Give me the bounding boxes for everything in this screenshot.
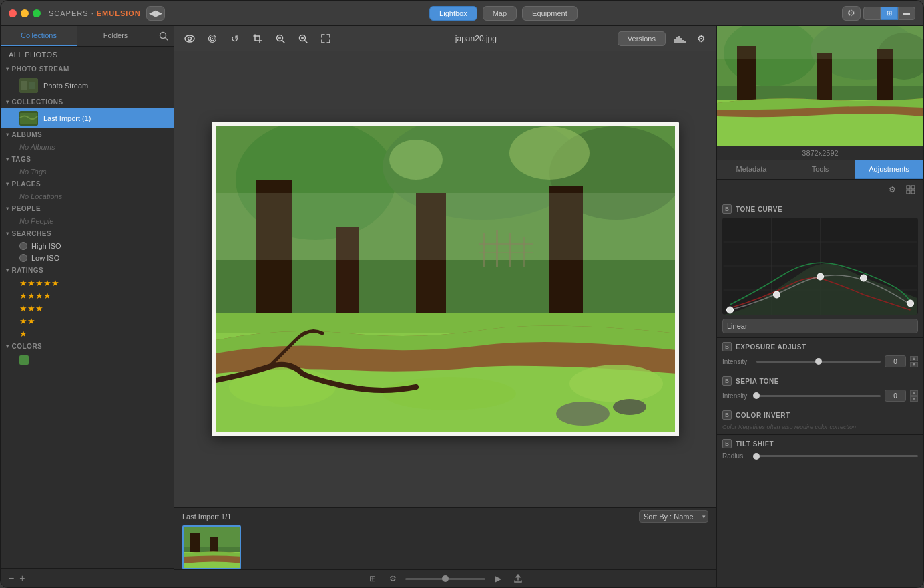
panel-grid-icon[interactable] xyxy=(903,182,918,197)
search-high-iso[interactable]: High ISO xyxy=(1,240,174,252)
play-slideshow-btn[interactable]: ▶ xyxy=(491,571,505,586)
filmstrip-controls: ⊞ ⚙ ▶ xyxy=(174,569,716,587)
photo-stream-thumb xyxy=(19,78,38,93)
settings-icon-btn[interactable]: ⚙ xyxy=(692,30,710,47)
tilt-shift-toggle[interactable]: B xyxy=(722,439,732,448)
close-button[interactable] xyxy=(9,9,17,17)
svg-rect-23 xyxy=(682,40,684,43)
sepia-down-btn[interactable]: ▼ xyxy=(910,396,918,402)
tilt-shift-radius-row: Radius xyxy=(722,452,918,460)
nav-back-forward-btn[interactable]: ◀▶ xyxy=(146,6,165,21)
sort-dropdown[interactable]: Sort By : Name Sort By : Date Sort By : … xyxy=(639,510,708,523)
svg-rect-49 xyxy=(479,252,533,253)
tone-curve-toggle[interactable]: B xyxy=(722,204,732,214)
exposure-slider-thumb xyxy=(815,358,822,365)
versions-btn[interactable]: Versions xyxy=(618,31,666,46)
minimize-button[interactable] xyxy=(21,9,29,17)
list-view-btn[interactable]: ☰ xyxy=(863,7,881,20)
slider-thumb xyxy=(442,575,449,582)
sidebar: Collections Folders ALL PHOTOS ▾ PHOTO S… xyxy=(1,26,174,587)
photo-viewer xyxy=(174,51,716,507)
rating-5-stars[interactable]: ★★★★★ xyxy=(1,277,174,289)
sepia-slider-thumb xyxy=(753,392,760,399)
sidebar-plus-btn[interactable]: + xyxy=(19,573,25,583)
zoom-in-icon-btn[interactable] xyxy=(294,30,312,47)
adjustments-tab[interactable]: Adjustments xyxy=(855,160,923,179)
filmstrip-settings-icon[interactable]: ⚙ xyxy=(385,571,400,586)
collections-section: ▾ COLLECTIONS Last Import (1) xyxy=(1,96,174,128)
tone-curve-canvas[interactable] xyxy=(722,218,918,315)
curve-preset-select[interactable]: Linear Medium Contrast Strong Contrast xyxy=(722,319,918,333)
histogram-icon-btn[interactable] xyxy=(671,30,688,47)
rating-2-stars[interactable]: ★★ xyxy=(1,315,174,327)
no-tags: No Tags xyxy=(1,166,174,178)
split-view-btn[interactable]: ▬ xyxy=(898,7,915,20)
metadata-tab[interactable]: Metadata xyxy=(717,160,786,179)
fit-icon-btn[interactable] xyxy=(317,30,334,47)
rating-3-stars[interactable]: ★★★ xyxy=(1,302,174,315)
sepia-toggle[interactable]: B xyxy=(722,376,732,386)
settings-icon[interactable]: ⚙ xyxy=(842,6,861,21)
exposure-value[interactable]: 0 xyxy=(885,355,906,368)
rating-4-stars[interactable]: ★★★★ xyxy=(1,289,174,302)
equipment-btn[interactable]: Equipment xyxy=(522,6,578,21)
tags-header[interactable]: ▾ TAGS xyxy=(1,153,174,166)
photo-stream-header[interactable]: ▾ PHOTO STREAM xyxy=(1,63,174,76)
search-low-iso[interactable]: Low ISO xyxy=(1,252,174,264)
eye-icon-btn[interactable] xyxy=(181,30,198,47)
folders-tab[interactable]: Folders xyxy=(77,26,154,46)
photo-stream-section: ▾ PHOTO STREAM Photo Stream xyxy=(1,63,174,96)
filmstrip-size-slider[interactable] xyxy=(405,578,485,580)
exposure-toggle[interactable]: B xyxy=(722,342,732,351)
color-green-item[interactable] xyxy=(1,353,174,368)
searches-header[interactable]: ▾ SEARCHES xyxy=(1,227,174,240)
collections-tab[interactable]: Collections xyxy=(1,26,77,46)
rotate-icon-btn[interactable]: ↺ xyxy=(226,30,244,47)
tilt-shift-slider[interactable] xyxy=(756,455,918,457)
exposure-label: Intensity xyxy=(722,358,752,365)
albums-header[interactable]: ▾ ALBUMS xyxy=(1,128,174,141)
zoom-out-icon-btn[interactable] xyxy=(272,30,289,47)
crop-icon-btn[interactable] xyxy=(249,30,266,47)
sidebar-item-photo-stream[interactable]: Photo Stream xyxy=(1,76,174,96)
sidebar-minus-btn[interactable]: − xyxy=(9,573,14,583)
thumbnail-size-icon[interactable]: ⊞ xyxy=(365,571,380,586)
colors-header[interactable]: ▾ Colors xyxy=(1,340,174,353)
collections-header[interactable]: ▾ COLLECTIONS xyxy=(1,96,174,108)
sort-wrapper: Sort By : Name Sort By : Date Sort By : … xyxy=(639,510,708,523)
places-header[interactable]: ▾ PLACES xyxy=(1,178,174,190)
exposure-down-btn[interactable]: ▼ xyxy=(910,362,918,368)
sepia-value[interactable]: 0 xyxy=(885,390,906,402)
panel-settings-icon[interactable]: ⚙ xyxy=(885,182,899,197)
svg-rect-64 xyxy=(717,26,923,59)
svg-rect-21 xyxy=(678,36,680,43)
people-header[interactable]: ▾ PEOPLE xyxy=(1,202,174,215)
map-btn[interactable]: Map xyxy=(483,6,517,21)
chevron-icon-searches: ▾ xyxy=(6,231,9,237)
target-icon-btn[interactable] xyxy=(204,30,221,47)
svg-point-8 xyxy=(188,37,192,40)
rating-1-star[interactable]: ★ xyxy=(1,327,174,340)
ratings-header[interactable]: ▾ RATINGS xyxy=(1,264,174,277)
filmstrip-title: Last Import 1/1 xyxy=(182,512,639,521)
exposure-up-btn[interactable]: ▲ xyxy=(910,356,918,361)
all-photos-item[interactable]: ALL PHOTOS xyxy=(1,47,174,63)
people-label: PEOPLE xyxy=(12,205,41,212)
lightbox-btn[interactable]: Lightbox xyxy=(429,6,477,21)
maximize-button[interactable] xyxy=(33,9,41,17)
sepia-section: B SEPIA TONE Intensity 0 ▲ ▼ xyxy=(717,372,923,406)
sidebar-item-last-import[interactable]: Last Import (1) xyxy=(1,108,174,128)
svg-point-39 xyxy=(383,377,516,410)
search-btn[interactable] xyxy=(154,26,174,46)
tools-tab[interactable]: Tools xyxy=(786,160,855,179)
ratings-section: ▾ RATINGS ★★★★★ ★★★★ ★★★ ★★ ★ xyxy=(1,264,174,340)
sepia-slider[interactable] xyxy=(756,395,881,397)
export-btn[interactable] xyxy=(511,571,525,586)
color-invert-toggle[interactable]: B xyxy=(722,410,732,420)
filmstrip-thumb-1[interactable] xyxy=(182,525,241,569)
sepia-intensity-row: Intensity 0 ▲ ▼ xyxy=(722,390,918,402)
title-bar-right: ⚙ ☰ ⊞ ▬ xyxy=(842,6,915,21)
exposure-slider[interactable] xyxy=(756,361,881,363)
grid-view-btn[interactable]: ⊞ xyxy=(881,7,898,20)
sepia-up-btn[interactable]: ▲ xyxy=(910,390,918,396)
